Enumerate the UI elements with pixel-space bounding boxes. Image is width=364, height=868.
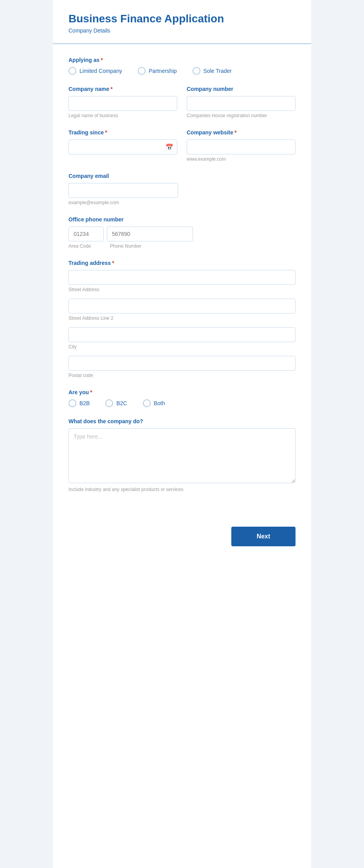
phone-inputs [68,227,296,241]
area-code-hint: Area Code [68,243,104,249]
city-hint: City [68,344,296,350]
trading-since-input[interactable] [68,140,177,154]
trading-website-row: Trading since* 📅 Company website* www.ex… [68,129,296,162]
company-description-textarea[interactable] [68,428,296,483]
required-indicator: * [110,86,112,92]
required-indicator: * [105,129,107,136]
company-number-input[interactable] [187,96,296,111]
radio-circle-b2c [105,399,113,407]
city-input[interactable] [68,327,296,342]
street-address-2-input[interactable] [68,299,296,313]
postal-code-input[interactable] [68,356,296,371]
street-address-2-hint: Street Address Line 2 [68,315,296,321]
postal-code-hint: Postal code [68,373,296,378]
company-name-label: Company name* [68,86,177,92]
office-phone-label: Office phone number [68,216,296,223]
area-code-input[interactable] [68,227,104,241]
postal-code-wrapper: Postal code [68,356,296,378]
company-number-hint: Companies House registration number [187,113,296,118]
trading-address-label: Trading address* [68,260,296,266]
company-name-input[interactable] [68,96,177,111]
form-footer: Next [53,519,311,562]
radio-label-partnership: Partnership [149,68,177,74]
trading-since-wrapper: 📅 [68,140,177,154]
radio-circle-limited [68,67,76,75]
applying-as-group: Applying as* Limited Company Partnership… [68,57,296,75]
city-wrapper: City [68,327,296,350]
page-subtitle: Company Details [68,27,296,34]
radio-label-b2b: B2B [79,400,90,406]
radio-sole-trader[interactable]: Sole Trader [193,67,232,75]
radio-circle-sole [193,67,200,75]
radio-circle-b2b [68,399,76,407]
company-number-label: Company number [187,86,296,92]
radio-circle-partnership [138,67,146,75]
company-website-input[interactable] [187,140,296,154]
company-email-input[interactable] [68,183,178,198]
page-title: Business Finance Application [68,13,296,25]
required-indicator: * [90,389,92,395]
trading-address-group: Trading address* Street Address Street A… [68,260,296,378]
trading-since-label: Trading since* [68,129,177,136]
radio-partnership[interactable]: Partnership [138,67,177,75]
company-email-hint: example@example.com [68,200,296,205]
radio-label-b2c: B2C [116,400,127,406]
street-address-1-hint: Street Address [68,287,296,292]
applying-as-label: Applying as* [68,57,296,63]
radio-label-limited: Limited Company [79,68,122,74]
company-name-number-row: Company name* Legal name of business Com… [68,86,296,118]
radio-limited-company[interactable]: Limited Company [68,67,122,75]
street-address-2-wrapper: Street Address Line 2 [68,299,296,321]
company-description-label: What does the company do? [68,418,296,424]
company-website-col: Company website* www.example.com [187,129,296,162]
radio-b2c[interactable]: B2C [105,399,127,407]
street-address-1-input[interactable] [68,270,296,285]
radio-label-sole: Sole Trader [204,68,232,74]
radio-circle-both [143,399,151,407]
are-you-group: Are you* B2B B2C Both [68,389,296,407]
radio-both[interactable]: Both [143,399,165,407]
phone-number-hint: Phone Number [110,243,142,249]
next-button[interactable]: Next [231,527,296,546]
are-you-label: Are you* [68,389,296,395]
company-description-hint: Include industry and any specialist prod… [68,487,296,492]
street-address-1-wrapper: Street Address [68,270,296,292]
company-website-hint: www.example.com [187,156,296,162]
company-description-group: What does the company do? Include indust… [68,418,296,492]
are-you-radio-group: B2B B2C Both [68,399,296,407]
required-indicator: * [234,129,236,136]
applying-as-radio-group: Limited Company Partnership Sole Trader [68,67,296,75]
phone-number-input[interactable] [107,227,193,241]
company-email-label: Company email [68,173,296,179]
company-number-col: Company number Companies House registrat… [187,86,296,118]
phone-hints: Area Code Phone Number [68,241,296,249]
radio-b2b[interactable]: B2B [68,399,90,407]
required-indicator: * [101,57,103,63]
company-website-label: Company website* [187,129,296,136]
trading-since-col: Trading since* 📅 [68,129,177,162]
office-phone-group: Office phone number Area Code Phone Numb… [68,216,296,249]
company-name-hint: Legal name of business [68,113,177,118]
company-name-col: Company name* Legal name of business [68,86,177,118]
required-indicator: * [112,260,114,266]
radio-label-both: Both [154,400,165,406]
company-email-group: Company email example@example.com [68,173,296,205]
